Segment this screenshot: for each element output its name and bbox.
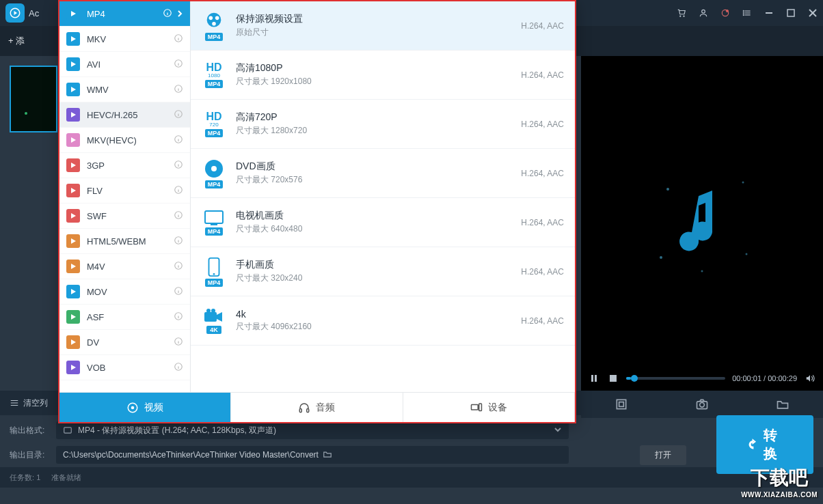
svg-rect-23: [595, 375, 597, 382]
preset-codec: H.264, AAC: [521, 218, 564, 227]
svg-point-6: [726, 10, 729, 12]
svg-point-12: [743, 14, 744, 16]
svg-marker-86: [71, 365, 76, 370]
svg-point-104: [131, 406, 135, 409]
cart-icon[interactable]: [677, 8, 686, 18]
info-icon[interactable]: [174, 236, 183, 247]
preset-item[interactable]: HD1080 MP4 高清1080P 尺寸最大 1920x1080 H.264,…: [191, 51, 575, 100]
format-icon: [66, 209, 80, 223]
watermark: 下载吧 WWW.XIAZAIBA.COM: [741, 465, 818, 499]
svg-point-4: [702, 10, 705, 13]
user-icon[interactable]: [699, 8, 708, 18]
maximize-icon[interactable]: [786, 8, 796, 18]
category-label: HTML5/WEBM: [87, 236, 146, 247]
category-label: WMV: [87, 85, 109, 95]
clear-list-label[interactable]: 清空列: [23, 397, 48, 409]
format-badge: MP4: [205, 33, 224, 41]
status-ready: 准备就绪: [51, 473, 81, 483]
svg-point-95: [211, 166, 217, 171]
format-badge: MP4: [205, 80, 224, 88]
info-icon[interactable]: [174, 311, 183, 323]
folder-icon[interactable]: [774, 396, 791, 412]
minimize-icon[interactable]: [764, 8, 774, 18]
crop-icon[interactable]: [613, 396, 630, 412]
category-item-m4v[interactable]: M4V: [59, 254, 190, 279]
format-icon: [66, 285, 80, 298]
output-format-field[interactable]: MP4 - 保持源视频设置 (H.264; AAC, 128Kbps, 双声道): [56, 421, 569, 439]
preset-item[interactable]: MP4 DVD画质 尺寸最大 720x576 H.264, AAC: [191, 149, 575, 198]
format-icon: [66, 158, 80, 172]
info-icon[interactable]: [174, 84, 183, 96]
svg-point-20: [746, 253, 748, 255]
info-icon[interactable]: [174, 337, 183, 348]
preset-item[interactable]: MP4 保持源视频设置 原始尺寸 H.264, AAC: [191, 1, 575, 51]
info-icon[interactable]: [174, 362, 183, 374]
convert-label: 转换: [764, 426, 782, 463]
notification-icon[interactable]: [720, 8, 730, 18]
stop-button[interactable]: [607, 372, 619, 384]
svg-marker-50: [71, 137, 76, 143]
category-item-vob[interactable]: VOB: [59, 355, 190, 380]
preset-icon: MP4: [202, 257, 226, 287]
progress-bar[interactable]: [626, 377, 725, 380]
svg-rect-14: [787, 10, 794, 16]
output-dir-field[interactable]: C:\Users\pc\Documents\AceThinker\AceThin…: [56, 446, 569, 464]
tab-audio[interactable]: 音频: [231, 393, 403, 422]
info-icon[interactable]: [174, 59, 183, 70]
preset-icon: MP4: [202, 11, 226, 41]
preset-title: 手机画质: [236, 259, 302, 271]
category-item-mkvhevc[interactable]: MKV(HEVC): [59, 128, 190, 153]
tab-device[interactable]: 设备: [403, 393, 575, 422]
pause-button[interactable]: [588, 372, 600, 384]
category-item-mp4[interactable]: MP4: [59, 1, 190, 27]
preset-title: 电视机画质: [236, 210, 302, 222]
preset-item[interactable]: MP4 手机画质 尺寸最大 320x240 H.264, AAC: [191, 247, 575, 296]
category-item-avi[interactable]: AVI: [59, 52, 190, 77]
category-item-hevch265[interactable]: HEVC/H.265: [59, 102, 190, 128]
category-item-3gp[interactable]: 3GP: [59, 153, 190, 178]
category-item-wmv[interactable]: WMV: [59, 77, 190, 102]
category-item-html5webm[interactable]: HTML5/WEBM: [59, 229, 190, 254]
tasks-count: 1: [36, 473, 40, 481]
info-icon[interactable]: [174, 261, 183, 272]
info-icon[interactable]: [163, 8, 172, 20]
format-badge: MP4: [205, 129, 224, 137]
status-bar: 任务数: 1 准备就绪: [0, 467, 823, 488]
add-button[interactable]: + 添: [8, 35, 25, 47]
category-item-asf[interactable]: ASF: [59, 305, 190, 330]
menu-icon[interactable]: [742, 8, 752, 18]
info-icon[interactable]: [174, 185, 183, 197]
tab-video-label: 视频: [144, 402, 163, 414]
add-label: + 添: [8, 35, 25, 47]
category-item-dv[interactable]: DV: [59, 330, 190, 355]
close-icon[interactable]: [808, 8, 818, 18]
svg-rect-24: [610, 375, 617, 382]
preset-item[interactable]: 4K 4k 尺寸最大 4096x2160 H.264, AAC: [191, 296, 575, 346]
format-icon: [66, 260, 80, 273]
browse-folder-icon[interactable]: [323, 449, 332, 461]
info-icon[interactable]: [174, 109, 183, 121]
category-item-flv[interactable]: FLV: [59, 178, 190, 204]
category-item-swf[interactable]: SWF: [59, 204, 190, 229]
tab-video[interactable]: 视频: [59, 393, 231, 422]
svg-point-19: [660, 256, 662, 259]
preset-title: DVD画质: [236, 160, 302, 173]
output-format-value: MP4 - 保持源视频设置 (H.264; AAC, 128Kbps, 双声道): [78, 425, 276, 436]
tasks-label: 任务数:: [10, 473, 34, 481]
open-button[interactable]: 打开: [640, 445, 686, 465]
preset-item[interactable]: HD720 MP4 高清720P 尺寸最大 1280x720 H.264, AA…: [191, 100, 575, 149]
info-icon[interactable]: [174, 286, 183, 298]
preset-codec: H.264, AAC: [521, 120, 564, 129]
category-item-mov[interactable]: MOV: [59, 279, 190, 305]
preset-item[interactable]: MP4 电视机画质 尺寸最大 640x480 H.264, AAC: [191, 198, 575, 247]
volume-icon[interactable]: [804, 372, 816, 384]
snapshot-icon[interactable]: [694, 396, 710, 412]
format-icon: [66, 361, 80, 374]
info-icon[interactable]: [174, 210, 183, 222]
preset-title: 4k: [236, 309, 312, 320]
file-thumbnail[interactable]: [10, 66, 57, 132]
info-icon[interactable]: [174, 160, 183, 171]
info-icon[interactable]: [174, 33, 183, 45]
info-icon[interactable]: [174, 135, 183, 146]
category-item-mkv[interactable]: MKV: [59, 27, 190, 52]
